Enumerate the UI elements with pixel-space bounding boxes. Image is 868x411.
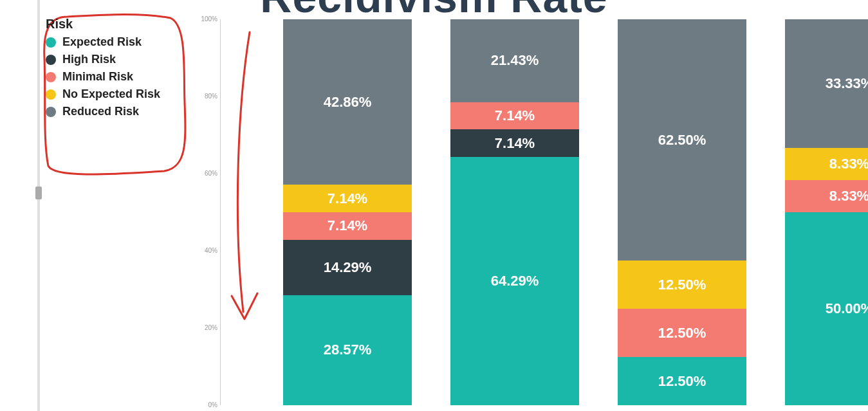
bar-segment-label: 14.29%	[324, 259, 372, 276]
bar-segment-label: 64.29%	[491, 273, 539, 289]
bar-segment-label: 50.00%	[826, 300, 868, 317]
legend-swatch-icon	[46, 72, 56, 82]
legend: Risk Expected RiskHigh RiskMinimal RiskN…	[46, 17, 160, 122]
bar-segment-label: 7.14%	[495, 107, 535, 124]
legend-label: High Risk	[62, 53, 116, 66]
y-axis-tick: 60%	[193, 170, 217, 177]
bar-column: 64.29%7.14%7.14%21.43%	[450, 19, 579, 405]
bar-segment-label: 21.43%	[491, 52, 539, 69]
y-axis-tick: 0%	[193, 401, 217, 408]
bar-segment-expected-risk[interactable]: 12.50%	[618, 357, 746, 405]
legend-container: Risk Expected RiskHigh RiskMinimal RiskN…	[42, 13, 190, 177]
stacked-bar-chart: 0%20%40%60%80%100% 28.57%14.29%7.14%7.14…	[193, 19, 868, 405]
bar-segment-label: 8.33%	[829, 156, 868, 172]
bar-segment-reduced-risk[interactable]: 21.43%	[450, 19, 579, 102]
bar-segment-label: 7.14%	[328, 190, 367, 207]
bar-segment-label: 28.57%	[324, 342, 372, 358]
bar-segment-expected-risk[interactable]: 28.57%	[283, 295, 412, 405]
legend-swatch-icon	[46, 55, 56, 65]
legend-item-minimal-risk[interactable]: Minimal Risk	[46, 70, 160, 84]
legend-item-no-expected-risk[interactable]: No Expected Risk	[46, 87, 160, 101]
legend-label: Expected Risk	[62, 35, 142, 49]
vertical-divider	[37, 0, 40, 411]
legend-swatch-icon	[46, 37, 56, 48]
bar-segment-reduced-risk[interactable]: 62.50%	[618, 19, 746, 260]
bar-column: 12.50%12.50%12.50%62.50%	[618, 19, 746, 405]
bar-segment-expected-risk[interactable]: 64.29%	[450, 157, 579, 405]
bar-segment-high-risk[interactable]: 14.29%	[283, 240, 412, 295]
y-axis-tick: 80%	[193, 93, 217, 100]
legend-item-expected-risk[interactable]: Expected Risk	[46, 35, 160, 49]
bar-segment-label: 42.86%	[324, 94, 372, 111]
bar-segment-high-risk[interactable]: 7.14%	[450, 129, 579, 157]
bar-segment-minimal-risk[interactable]: 7.14%	[450, 102, 579, 130]
bar-segment-expected-risk[interactable]: 50.00%	[785, 212, 868, 405]
bar-segment-label: 33.33%	[826, 75, 868, 92]
legend-item-reduced-risk[interactable]: Reduced Risk	[46, 105, 160, 118]
bar-segment-label: 12.50%	[658, 373, 706, 390]
legend-item-high-risk[interactable]: High Risk	[46, 53, 160, 66]
bar-segment-label: 12.50%	[658, 325, 706, 342]
bar-segment-label: 7.14%	[495, 135, 535, 152]
bar-segment-minimal-risk[interactable]: 7.14%	[283, 212, 412, 240]
bar-segment-reduced-risk[interactable]: 42.86%	[283, 19, 412, 185]
bar-segment-label: 12.50%	[658, 277, 706, 293]
legend-title: Risk	[46, 17, 160, 32]
bar-column: 28.57%14.29%7.14%7.14%42.86%	[283, 19, 412, 405]
legend-label: Reduced Risk	[62, 105, 139, 118]
bar-segment-label: 62.50%	[658, 132, 706, 149]
bar-segment-label: 7.14%	[328, 217, 367, 234]
bar-segment-minimal-risk[interactable]: 8.33%	[785, 180, 868, 212]
bar-segment-no-expected-risk[interactable]: 8.33%	[785, 148, 868, 180]
legend-label: No Expected Risk	[62, 87, 160, 101]
splitter-handle[interactable]	[35, 187, 42, 199]
y-axis-tick: 100%	[193, 15, 217, 23]
y-axis-line	[220, 19, 221, 405]
bar-segment-reduced-risk[interactable]: 33.33%	[785, 19, 868, 148]
y-axis-tick: 20%	[193, 324, 217, 331]
bar-segment-no-expected-risk[interactable]: 7.14%	[283, 185, 412, 212]
bar-column: 50.00%8.33%8.33%33.33%	[785, 19, 868, 405]
bar-segment-minimal-risk[interactable]: 12.50%	[618, 309, 746, 357]
legend-swatch-icon	[46, 89, 56, 100]
legend-label: Minimal Risk	[62, 70, 133, 84]
bar-segment-label: 8.33%	[829, 188, 868, 205]
bar-segment-no-expected-risk[interactable]: 12.50%	[618, 260, 746, 309]
legend-swatch-icon	[46, 107, 56, 117]
y-axis-tick: 40%	[193, 247, 217, 254]
